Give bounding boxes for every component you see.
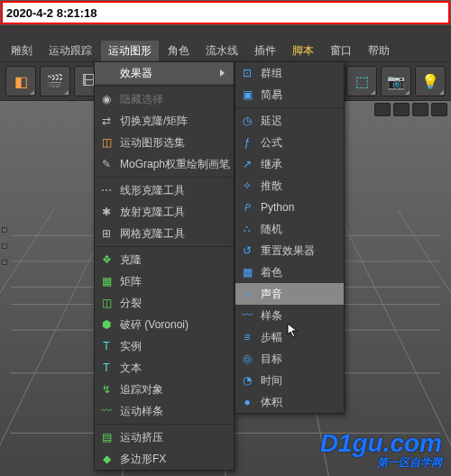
menu-item-label: 样条 xyxy=(261,308,335,324)
viewport-tools xyxy=(374,103,447,116)
mograph-item-text[interactable]: T文本 xyxy=(95,357,234,379)
effector-item-targ[interactable]: ◎目标 xyxy=(235,348,344,370)
menu-item-label: Python xyxy=(261,201,335,214)
vol-icon: ● xyxy=(239,394,255,410)
effector-item-py[interactable]: 𝘗Python xyxy=(235,197,344,218)
menu-item-label: 目标 xyxy=(261,352,335,367)
trace-icon: ↯ xyxy=(98,381,115,398)
mograph-item-swap[interactable]: ⇄切换克隆/矩阵 xyxy=(95,110,234,132)
timestamp-text: 2020-4-2 8:21:18 xyxy=(6,6,97,20)
effector-item-grp[interactable]: ⊡群组 xyxy=(235,62,344,84)
vp-tool-1[interactable] xyxy=(374,103,391,116)
effector-item-form[interactable]: ƒ公式 xyxy=(235,132,344,153)
menu-item-label: 隐藏选择 xyxy=(120,92,225,107)
mograph-item-mext[interactable]: ▤运动挤压 xyxy=(95,426,234,448)
menu-item-label: 随机 xyxy=(261,222,335,237)
menu-item-label: 网格克隆工具 xyxy=(120,226,225,242)
svg-line-12 xyxy=(337,210,451,476)
menu-item-label: 实例 xyxy=(120,339,225,354)
mograph-item-trace[interactable]: ↯追踪对象 xyxy=(95,379,234,400)
radial-icon: ✱ xyxy=(98,204,115,220)
reset-icon: ↺ xyxy=(239,243,255,259)
effector-item-push[interactable]: ✧推散 xyxy=(235,175,344,197)
menu-item-label: 追踪对象 xyxy=(120,382,225,398)
menu-help[interactable]: 帮助 xyxy=(361,41,397,61)
menu-effectors[interactable]: 效果器 xyxy=(95,62,234,84)
sb-2[interactable] xyxy=(2,243,7,249)
voro-icon: ⬢ xyxy=(98,316,115,333)
menu-item-label: 切换克隆/矩阵 xyxy=(120,114,225,129)
clone-icon: ❖ xyxy=(98,252,115,268)
frac-icon: ◫ xyxy=(98,295,115,311)
mograph-item-brush[interactable]: ✎MoGraph权重绘制画笔 xyxy=(95,153,234,175)
menu-plugins[interactable]: 插件 xyxy=(247,41,283,61)
mograph-item-inst[interactable]: T实例 xyxy=(95,335,234,357)
menu-item-label: 运动挤压 xyxy=(120,430,225,445)
targ-icon: ◎ xyxy=(239,351,255,367)
menu-script[interactable]: 脚本 xyxy=(285,41,321,61)
viewport-sidebar xyxy=(2,227,13,265)
effector-item-reset[interactable]: ↺重置效果器 xyxy=(235,240,344,261)
menu-item-label: 推散 xyxy=(261,178,335,194)
tool-camera[interactable]: 📷 xyxy=(381,66,411,96)
menu-motiontrack[interactable]: 运动跟踪 xyxy=(41,41,99,61)
tool-scene[interactable]: 🎬 xyxy=(40,66,70,96)
mograph-item-radial[interactable]: ✱放射克隆工具 xyxy=(95,201,234,223)
submenu-arrow-icon xyxy=(220,69,225,77)
matrix-icon: ▦ xyxy=(98,273,115,289)
effector-item-inh[interactable]: ↗继承 xyxy=(235,153,344,175)
tool-light[interactable]: 💡 xyxy=(415,66,446,96)
mograph-item-eye[interactable]: ◉隐藏选择 xyxy=(95,88,234,110)
mograph-item-sel[interactable]: ◫运动图形选集 xyxy=(95,132,234,153)
mograph-item-gridc[interactable]: ⊞网格克隆工具 xyxy=(95,223,234,244)
menu-item-label: 运动图形选集 xyxy=(120,135,225,151)
timestamp-bar: 2020-4-2 8:21:18 xyxy=(1,1,450,24)
menu-item-label: 多边形FX xyxy=(120,452,225,467)
spl-icon: 〰 xyxy=(239,307,255,324)
mograph-item-mspline[interactable]: 〰运动样条 xyxy=(95,400,234,422)
menu-character[interactable]: 角色 xyxy=(161,41,197,61)
mspline-icon: 〰 xyxy=(98,403,115,419)
sb-1[interactable] xyxy=(2,227,7,233)
effector-item-shade[interactable]: ▦着色 xyxy=(235,261,344,283)
sb-3[interactable] xyxy=(2,260,7,265)
menu-mograph[interactable]: 运动图形 xyxy=(101,41,159,61)
vp-tool-3[interactable] xyxy=(412,103,428,116)
pfx-icon: ◆ xyxy=(98,451,115,467)
eye-icon: ◉ xyxy=(98,91,115,107)
tool-env[interactable]: ⬚ xyxy=(346,66,377,96)
mograph-item-voro[interactable]: ⬢破碎 (Voronoi) xyxy=(95,314,234,335)
sound-icon: ♪ xyxy=(239,286,255,302)
mograph-item-frac[interactable]: ◫分裂 xyxy=(95,292,234,314)
effector-item-sound[interactable]: ♪声音 xyxy=(235,283,344,305)
menu-item-label: 破碎 (Voronoi) xyxy=(120,317,225,333)
mograph-item-clone[interactable]: ❖克隆 xyxy=(95,249,234,270)
menu-item-label: 体积 xyxy=(261,395,335,410)
effector-item-delay[interactable]: ◷延迟 xyxy=(235,110,344,132)
tool-cube[interactable]: ◧ xyxy=(5,66,36,96)
menu-item-label: 分裂 xyxy=(120,296,225,311)
vp-tool-4[interactable] xyxy=(431,103,447,116)
mograph-item-line[interactable]: ⋯线形克隆工具 xyxy=(95,179,234,201)
menu-item-label: 声音 xyxy=(261,287,335,302)
gridc-icon: ⊞ xyxy=(98,225,115,242)
menu-pipeline[interactable]: 流水线 xyxy=(198,41,245,61)
menu-item-label: 矩阵 xyxy=(120,274,225,289)
brush-icon: ✎ xyxy=(98,156,115,172)
effector-item-time[interactable]: ◔时间 xyxy=(235,370,344,391)
mograph-item-pfx[interactable]: ◆多边形FX xyxy=(95,448,234,470)
sel-icon: ◫ xyxy=(98,134,115,151)
effector-item-rand[interactable]: ∴随机 xyxy=(235,218,344,240)
menu-sculpt[interactable]: 雕刻 xyxy=(4,41,40,61)
effector-item-plain[interactable]: ▣简易 xyxy=(235,84,344,105)
menubar: 雕刻 运动跟踪 运动图形 角色 流水线 插件 脚本 窗口 帮助 xyxy=(0,40,451,61)
mograph-item-matrix[interactable]: ▦矩阵 xyxy=(95,270,234,292)
menu-window[interactable]: 窗口 xyxy=(323,41,359,61)
effector-item-vol[interactable]: ●体积 xyxy=(235,391,344,413)
svg-line-13 xyxy=(398,210,452,476)
menu-item-label: 着色 xyxy=(261,265,335,280)
mograph-menu: 效果器 ◉隐藏选择⇄切换克隆/矩阵◫运动图形选集✎MoGraph权重绘制画笔⋯线… xyxy=(94,61,235,471)
form-icon: ƒ xyxy=(239,134,255,151)
vp-tool-2[interactable] xyxy=(393,103,410,116)
push-icon: ✧ xyxy=(239,178,255,194)
